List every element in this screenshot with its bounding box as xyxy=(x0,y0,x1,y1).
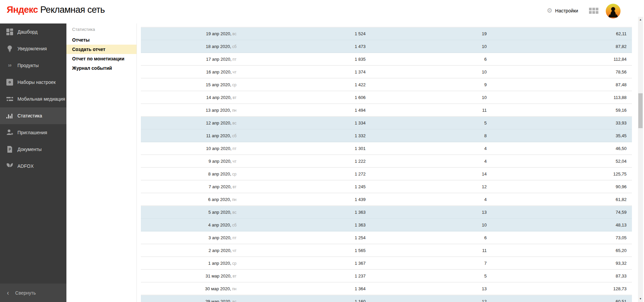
row-metric: 10 xyxy=(366,222,487,228)
scrollbar-thumb[interactable] xyxy=(638,93,643,128)
row-dow: вс xyxy=(232,32,236,36)
row-date: 2 апр 2020, xyxy=(209,248,232,253)
settings-button[interactable]: ⚙ Настройки xyxy=(547,7,578,14)
row-date: 8 апр 2020, xyxy=(208,171,231,177)
table-row: 29 мар 2020,вс 1 160 12 60,51 xyxy=(141,295,632,302)
row-impressions: 1 565 xyxy=(236,248,366,253)
row-value: 78,56 xyxy=(487,69,632,74)
collapse-sidebar-button[interactable]: ‹ Свернуть xyxy=(0,284,66,302)
user-avatar[interactable] xyxy=(606,4,621,18)
row-metric: 5 xyxy=(366,273,487,279)
sliders-icon xyxy=(6,95,14,103)
row-value: 35,45 xyxy=(487,133,632,138)
row-value: 60,51 xyxy=(487,299,632,302)
table-row: 5 апр 2020,вс 1 363 13 74,59 xyxy=(141,206,632,219)
row-date: 15 апр 2020, xyxy=(206,82,231,87)
sidebar-item-presets[interactable]: Наборы настроек xyxy=(0,74,66,91)
table-row: 8 апр 2020,ср 1 272 14 125,75 xyxy=(141,168,632,181)
row-metric: 11 xyxy=(366,248,487,253)
row-dow: вт xyxy=(232,95,236,100)
sidebar-item-label: Продукты xyxy=(17,63,39,68)
sidebar-item-notifications[interactable]: Уведомления xyxy=(0,40,66,57)
subnav-item-event-log[interactable]: Журнал событий xyxy=(66,63,137,73)
services-grid-icon[interactable] xyxy=(589,8,599,15)
row-date: 4 апр 2020, xyxy=(208,222,231,228)
sidebar-item-label: Мобильная медиация xyxy=(17,96,65,102)
row-date: 13 апр 2020, xyxy=(206,108,231,113)
row-value: 65,20 xyxy=(487,248,632,253)
row-dow: пн xyxy=(232,197,236,202)
row-date: 30 мар 2020, xyxy=(205,286,231,291)
sidebar-item-label: ADFOX xyxy=(17,163,34,169)
row-value: 87,82 xyxy=(487,44,632,49)
main-sidebar: Дашборд Уведомления 10 Продукты Наборы н… xyxy=(0,23,66,302)
row-dow: пт xyxy=(232,57,236,62)
row-impressions: 1 332 xyxy=(236,133,366,138)
sidebar-item-dashboard[interactable]: Дашборд xyxy=(0,23,66,40)
table-row: 30 мар 2020,пн 1 364 13 128,73 xyxy=(141,283,632,295)
row-metric: 10 xyxy=(366,44,487,49)
gear-icon: ⚙ xyxy=(547,7,552,14)
row-metric: 9 xyxy=(366,82,487,87)
sidebar-item-invitations[interactable]: Приглашения xyxy=(0,124,66,141)
row-impressions: 1 473 xyxy=(236,44,366,49)
row-date: 7 апр 2020, xyxy=(209,184,232,189)
row-value: 112,84 xyxy=(487,57,632,62)
avatar-silhouette xyxy=(606,4,621,18)
table-row: 31 мар 2020,вт 1 237 5 87,33 xyxy=(141,270,632,283)
row-dow: чт xyxy=(232,70,236,74)
row-dow: вс xyxy=(232,299,236,302)
sidebar-item-label: Статистика xyxy=(17,113,42,118)
row-value: 62,11 xyxy=(487,31,632,36)
subnav-item-reports[interactable]: Отчеты xyxy=(66,35,137,45)
row-impressions: 1 363 xyxy=(236,222,366,228)
row-value: 59,16 xyxy=(487,108,632,113)
sidebar-item-documents[interactable]: Документы xyxy=(0,141,66,158)
row-value: 48,13 xyxy=(487,222,632,228)
sidebar-item-statistics[interactable]: Статистика xyxy=(0,107,66,124)
row-date: 12 апр 2020, xyxy=(206,120,231,125)
products-count-badge: 10 xyxy=(8,64,11,67)
bar-chart-icon xyxy=(6,112,14,120)
row-dow: сб xyxy=(232,223,236,228)
row-value: 74,59 xyxy=(487,210,632,215)
table-row: 19 апр 2020,вс 1 524 19 62,11 xyxy=(141,28,632,40)
row-date: 5 апр 2020, xyxy=(208,210,231,215)
stats-table: 20 апр 2020,пн 19 апр 2020,вс 1 524 19 6… xyxy=(141,19,632,302)
table-row: 13 апр 2020,пн 1 494 11 59,16 xyxy=(141,104,632,117)
row-value: 113,88 xyxy=(487,95,632,100)
sidebar-item-adfox[interactable]: ADFOX xyxy=(0,158,66,174)
sidebar-item-products[interactable]: 10 Продукты xyxy=(0,57,66,74)
vertical-scrollbar[interactable]: ▲ ▼ xyxy=(638,17,643,302)
row-impressions: 1 222 xyxy=(236,159,366,164)
yandex-logo[interactable]: Яндекс Рекламная сеть xyxy=(7,5,105,15)
row-impressions: 1 237 xyxy=(236,273,366,279)
settings-label: Настройки xyxy=(555,8,578,13)
row-metric: 14 xyxy=(366,171,487,177)
row-date: 29 мар 2020, xyxy=(205,299,231,302)
subnav-item-label: Создать отчет xyxy=(72,47,105,52)
scroll-up-arrow[interactable]: ▲ xyxy=(638,17,643,22)
row-dow: пн xyxy=(232,287,236,291)
row-dow: чт xyxy=(232,248,236,253)
table-row: 12 апр 2020,вс 1 334 5 33,93 xyxy=(141,117,632,130)
scroll-down-arrow[interactable]: ▼ xyxy=(638,297,643,301)
row-value: 73,05 xyxy=(487,235,632,240)
subnav-item-create-report[interactable]: Создать отчет xyxy=(66,45,137,54)
sidebar-item-label: Уведомления xyxy=(17,46,47,51)
subnav-item-monetization-report[interactable]: Отчет по монетизации xyxy=(66,54,137,63)
row-date: 17 апр 2020, xyxy=(206,57,231,62)
row-impressions: 1 363 xyxy=(236,210,366,215)
row-dow: пт xyxy=(232,146,236,151)
row-value: 128,73 xyxy=(487,286,632,291)
collapse-label: Свернуть xyxy=(15,290,36,296)
statistics-subnav: Статистика Отчеты Создать отчет Отчет по… xyxy=(66,23,137,302)
row-value: 125,75 xyxy=(487,171,632,177)
table-row: 14 апр 2020,вт 1 606 10 113,88 xyxy=(141,91,632,104)
table-row: 1 апр 2020,ср 1 367 7 93,32 xyxy=(141,257,632,270)
document-ruble-icon xyxy=(6,145,14,153)
sidebar-item-mediation[interactable]: Мобильная медиация xyxy=(0,91,66,107)
row-dow: вт xyxy=(232,185,236,189)
chevron-left-icon: ‹ xyxy=(7,289,9,297)
row-date: 10 апр 2020, xyxy=(206,146,231,151)
